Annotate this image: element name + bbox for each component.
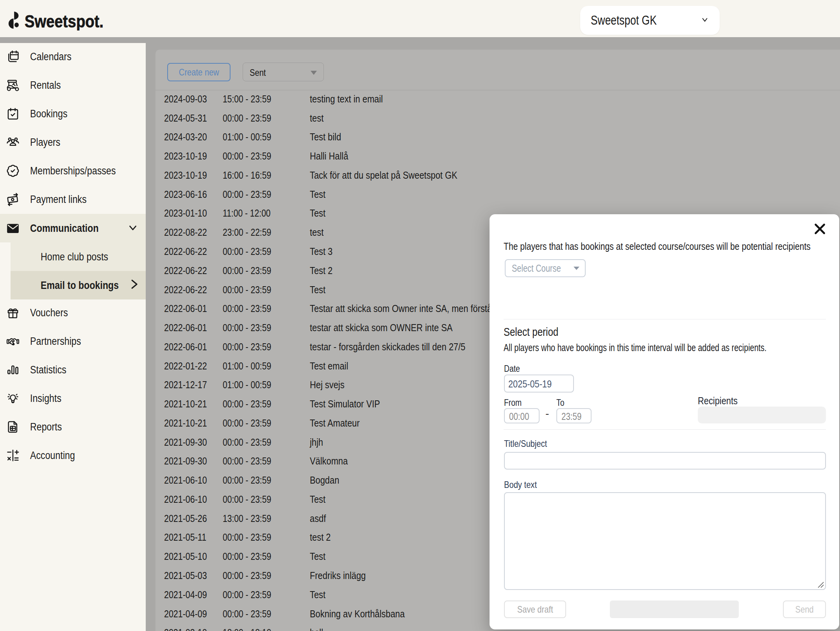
svg-text:Sweetspot.: Sweetspot. [25, 12, 104, 30]
